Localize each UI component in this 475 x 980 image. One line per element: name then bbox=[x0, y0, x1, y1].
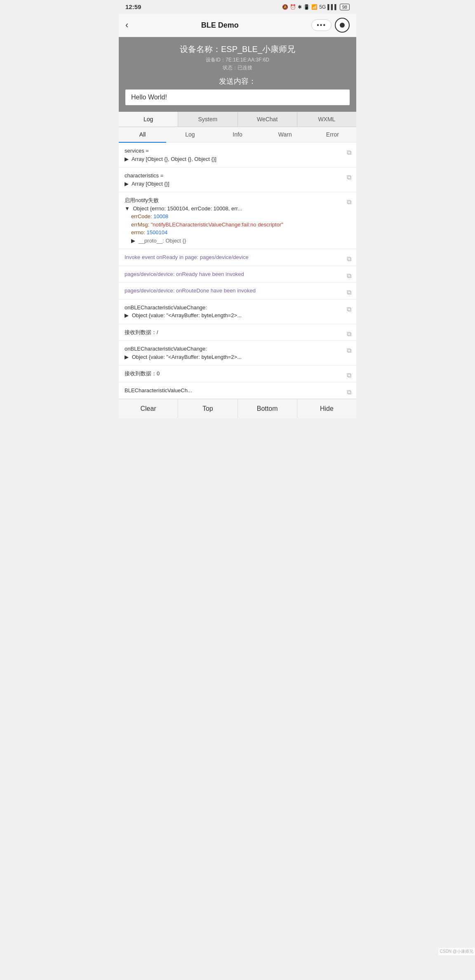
top-button[interactable]: Top bbox=[178, 399, 238, 418]
log-entry: ⧉ BLECharacteristicValueCh... bbox=[119, 382, 356, 399]
log-entry: ⧉ pages/device/device: onRouteDone have … bbox=[119, 283, 356, 299]
expand-arrow-icon: ▶ bbox=[125, 312, 129, 318]
log-entry: ⧉ pages/device/device: onReady have been… bbox=[119, 266, 356, 283]
bottom-action-bar: Clear Top Bottom Hide bbox=[119, 399, 356, 418]
device-status: 状态：已连接 bbox=[125, 64, 350, 71]
log-indent-block: errCode: 10008 errMsg: "notifyBLECharact… bbox=[125, 212, 350, 245]
log-expand[interactable]: ▶ Object {value: "<ArrayBuffer: byteLeng… bbox=[125, 353, 350, 361]
more-options-button[interactable]: ••• bbox=[311, 19, 332, 31]
filter-error[interactable]: Error bbox=[309, 127, 356, 142]
hide-button[interactable]: Hide bbox=[297, 399, 356, 418]
log-expand-text: Object {value: "<ArrayBuffer: byteLength… bbox=[132, 354, 242, 360]
log-expand[interactable]: ▶ Object {value: "<ArrayBuffer: byteLeng… bbox=[125, 311, 350, 320]
expand-arrow-icon: ▶ bbox=[125, 156, 129, 162]
status-icons: 🔕 ⏰ ✱ 📳 📶 5G ▌▌▌ 98 bbox=[282, 4, 350, 10]
battery-icon: 98 bbox=[340, 4, 350, 10]
copy-icon[interactable]: ⧉ bbox=[347, 254, 351, 264]
copy-icon[interactable]: ⧉ bbox=[347, 148, 351, 158]
page-title: BLE Demo bbox=[201, 21, 239, 30]
tab-system[interactable]: System bbox=[178, 112, 238, 127]
vibrate-icon: 📳 bbox=[303, 4, 310, 10]
log-line: 接收到数据：0 bbox=[125, 370, 350, 378]
copy-icon[interactable]: ⧉ bbox=[347, 271, 351, 281]
alarm-icon: ⏰ bbox=[290, 4, 296, 10]
filter-warn[interactable]: Warn bbox=[261, 127, 309, 142]
log-line: 接收到数据：/ bbox=[125, 328, 350, 337]
send-input[interactable]: Hello World! bbox=[125, 90, 350, 105]
log-expand[interactable]: ▼ Object {errno: 1500104, errCode: 10008… bbox=[125, 205, 350, 213]
log-expand-text: Array [Object {}, Object {}, Object {}] bbox=[132, 156, 216, 162]
wifi-icon: 📶 bbox=[311, 4, 317, 10]
expand-arrow-icon: ▶ bbox=[131, 238, 135, 244]
status-bar: 12:59 🔕 ⏰ ✱ 📳 📶 5G ▌▌▌ 98 bbox=[119, 0, 356, 14]
device-name: 设备名称：ESP_BLE_小康师兄 bbox=[125, 44, 350, 55]
status-time: 12:59 bbox=[125, 3, 141, 10]
back-button[interactable]: ‹ bbox=[125, 20, 128, 31]
log-line: ▶ __proto__: Object {} bbox=[131, 237, 350, 245]
bottom-button[interactable]: Bottom bbox=[238, 399, 297, 418]
5g-icon: 5G bbox=[319, 4, 326, 10]
clear-button[interactable]: Clear bbox=[119, 399, 178, 418]
log-expand-text: Object {errno: 1500104, errCode: 10008, … bbox=[133, 205, 242, 212]
log-line: Invoke event onReady in page: pages/devi… bbox=[125, 253, 350, 261]
log-expand-text: Array [Object {}] bbox=[132, 181, 169, 187]
log-expand[interactable]: ▶ Array [Object {}, Object {}, Object {}… bbox=[125, 155, 350, 163]
record-icon bbox=[340, 23, 345, 28]
bluetooth-icon: ✱ bbox=[298, 4, 302, 10]
expand-arrow-icon: ▶ bbox=[125, 181, 129, 187]
copy-icon[interactable]: ⧉ bbox=[347, 172, 351, 182]
device-id: 设备ID：7E:1E:1E:AA:3F:6D bbox=[125, 57, 350, 64]
copy-icon[interactable]: ⧉ bbox=[347, 329, 351, 339]
log-expand-text: Object {value: "<ArrayBuffer: byteLength… bbox=[132, 312, 242, 318]
send-label: 发送内容： bbox=[125, 76, 350, 86]
copy-icon[interactable]: ⧉ bbox=[347, 287, 351, 297]
notification-icon: 🔕 bbox=[282, 4, 288, 10]
log-entry: ⧉ 启用notify失败 ▼ Object {errno: 1500104, e… bbox=[119, 192, 356, 249]
devtools-tab-bar: Log System WeChat WXML bbox=[119, 112, 356, 127]
tab-log[interactable]: Log bbox=[119, 112, 178, 127]
log-line: BLECharacteristicValueCh... bbox=[125, 386, 350, 395]
filter-info[interactable]: Info bbox=[214, 127, 261, 142]
log-area: ⧉ services = ▶ Array [Object {}, Object … bbox=[119, 143, 356, 399]
nav-actions: ••• bbox=[311, 18, 350, 33]
log-line: errCode: 10008 bbox=[131, 212, 350, 221]
signal-icon: ▌▌▌ bbox=[327, 4, 338, 10]
log-entry: ⧉ characteristics = ▶ Array [Object {}] bbox=[119, 167, 356, 192]
log-filter-tab-bar: All Log Info Warn Error bbox=[119, 127, 356, 143]
nav-bar: ‹ BLE Demo ••• bbox=[119, 14, 356, 37]
log-entry: ⧉ 接收到数据：/ bbox=[119, 324, 356, 341]
tab-wxml[interactable]: WXML bbox=[297, 112, 356, 127]
tab-wechat[interactable]: WeChat bbox=[238, 112, 297, 127]
log-entry: ⧉ 接收到数据：0 bbox=[119, 365, 356, 382]
log-line: errno: 1500104 bbox=[131, 229, 350, 237]
expand-arrow-icon: ▼ bbox=[125, 205, 130, 212]
log-line: errMsg: "notifyBLECharacteristicValueCha… bbox=[131, 221, 350, 229]
expand-arrow-icon: ▶ bbox=[125, 354, 129, 360]
log-line: services = bbox=[125, 147, 350, 155]
log-entry: ⧉ onBLECharacteristicValueChange: ▶ Obje… bbox=[119, 341, 356, 365]
record-button[interactable] bbox=[335, 18, 350, 33]
filter-log[interactable]: Log bbox=[166, 127, 214, 142]
copy-icon[interactable]: ⧉ bbox=[347, 370, 351, 380]
log-line: onBLECharacteristicValueChange: bbox=[125, 345, 350, 353]
copy-icon[interactable]: ⧉ bbox=[347, 387, 351, 397]
log-entry: ⧉ onBLECharacteristicValueChange: ▶ Obje… bbox=[119, 299, 356, 324]
log-expand[interactable]: ▶ Array [Object {}] bbox=[125, 180, 350, 188]
log-line: characteristics = bbox=[125, 172, 350, 180]
copy-icon[interactable]: ⧉ bbox=[347, 346, 351, 356]
log-line: onBLECharacteristicValueChange: bbox=[125, 304, 350, 312]
device-info-panel: 设备名称：ESP_BLE_小康师兄 设备ID：7E:1E:1E:AA:3F:6D… bbox=[119, 37, 356, 112]
log-entry: ⧉ Invoke event onReady in page: pages/de… bbox=[119, 249, 356, 266]
filter-all[interactable]: All bbox=[119, 127, 166, 143]
log-line: pages/device/device: onRouteDone have be… bbox=[125, 287, 350, 295]
copy-icon[interactable]: ⧉ bbox=[347, 197, 351, 207]
log-line: 启用notify失败 bbox=[125, 196, 350, 205]
log-line: pages/device/device: onReady have been i… bbox=[125, 270, 350, 278]
copy-icon[interactable]: ⧉ bbox=[347, 304, 351, 314]
log-entry: ⧉ services = ▶ Array [Object {}, Object … bbox=[119, 143, 356, 167]
